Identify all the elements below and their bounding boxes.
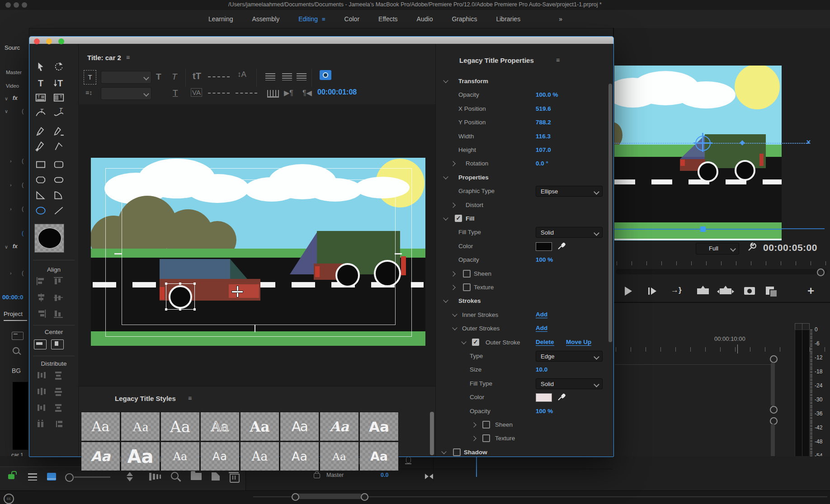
style-tile-14[interactable]: Aa: [280, 442, 319, 471]
project-panel-tab[interactable]: Project: [4, 311, 23, 317]
baseline-shift-dashes[interactable]: [236, 93, 257, 94]
align-vertical-center-button[interactable]: [51, 292, 66, 302]
width-value[interactable]: 116.3: [536, 133, 551, 140]
rotation-value[interactable]: 0.0 °: [536, 160, 548, 167]
twirl-closed-icon[interactable]: ›: [10, 206, 12, 212]
align-horizontal-center-button[interactable]: [34, 292, 48, 302]
add-link[interactable]: Add: [536, 311, 547, 318]
ellipse-tool[interactable]: [34, 204, 47, 217]
align-horizontal-left-button[interactable]: [34, 276, 48, 286]
twirl-open-icon[interactable]: [443, 215, 448, 220]
bin-name[interactable]: BG: [12, 367, 21, 374]
insert-paragraph-icon[interactable]: ▶¶: [284, 89, 293, 97]
delete-trash-icon[interactable]: [230, 474, 240, 483]
texture-checkbox[interactable]: [482, 434, 490, 442]
opacity-value[interactable]: 100 %: [536, 256, 553, 263]
effect-controls-timecode[interactable]: 00:00:0: [2, 294, 24, 301]
list-view-icon[interactable]: [28, 473, 37, 480]
program-timecode[interactable]: 00:00:05:00: [763, 242, 817, 253]
delete-link[interactable]: Delete: [536, 339, 554, 346]
add-link[interactable]: Add: [536, 325, 547, 332]
twirl-open-icon[interactable]: [461, 339, 466, 344]
distribute-horizontal-right-button[interactable]: [34, 403, 48, 413]
twirl-closed-icon[interactable]: [471, 436, 476, 441]
properties-menu-icon[interactable]: ≡: [556, 57, 560, 64]
path-type-tool[interactable]: T: [34, 106, 47, 120]
italic-button[interactable]: T: [172, 72, 177, 82]
outer-stroke-checkbox[interactable]: ✓: [472, 339, 479, 346]
effect-reset-icon[interactable]: (: [22, 108, 24, 114]
twirl-open-icon[interactable]: [452, 311, 457, 316]
workspace-tab-editing[interactable]: Editing≡: [298, 15, 325, 23]
export-frame-camera-icon[interactable]: [744, 287, 755, 295]
shadow-checkbox[interactable]: [453, 448, 461, 456]
twirl-closed-icon[interactable]: [471, 422, 476, 427]
source-monitor-tab[interactable]: Sourc: [5, 44, 20, 51]
workspace-menu-icon[interactable]: ≡: [322, 16, 325, 23]
align-horizontal-right-button[interactable]: [34, 309, 48, 319]
twirl-closed-icon[interactable]: [450, 285, 455, 290]
opacity-value[interactable]: 100.0 %: [536, 91, 558, 98]
style-tile-2[interactable]: Aa: [121, 412, 160, 441]
kerning-icon[interactable]: VA: [191, 88, 202, 97]
truck-wheel-front[interactable]: [698, 161, 718, 182]
title-timecode[interactable]: 00:00:01:08: [317, 88, 357, 96]
vertical-type-tool[interactable]: T: [52, 76, 66, 90]
timeline-scroll-handle[interactable]: [770, 355, 778, 363]
workspace-tab-audio[interactable]: Audio: [417, 15, 433, 23]
rectangle-tool[interactable]: [34, 158, 47, 171]
style-tile-8[interactable]: Aa: [359, 412, 399, 441]
new-bin-folder-icon[interactable]: [191, 473, 202, 480]
style-tile-12[interactable]: Aa: [200, 442, 240, 471]
effect-reset-icon[interactable]: (: [22, 157, 24, 164]
round-rectangle-tool[interactable]: [52, 173, 66, 187]
bold-button[interactable]: T: [156, 72, 161, 82]
twirl-closed-icon[interactable]: [450, 161, 455, 166]
style-tile-13[interactable]: Aa: [240, 442, 279, 471]
zoom-slider-handle[interactable]: [65, 473, 74, 482]
new-item-icon[interactable]: [212, 472, 220, 480]
vertical-area-type-tool[interactable]: T: [52, 91, 66, 104]
rotation-tool[interactable]: [52, 60, 66, 74]
twirl-closed-icon[interactable]: ›: [10, 270, 12, 276]
comparison-view-button[interactable]: [766, 287, 774, 295]
workspace-tab-assembly[interactable]: Assembly: [252, 15, 280, 23]
height-value[interactable]: 107.0: [536, 146, 551, 153]
timeline-playhead[interactable]: [476, 456, 477, 477]
distribute-vertical-top-button[interactable]: [51, 370, 66, 380]
vertical-path-type-tool[interactable]: T: [52, 106, 66, 120]
voiceover-mic-icon[interactable]: [406, 457, 411, 463]
sort-icon-up[interactable]: [127, 472, 133, 476]
tracking-icon[interactable]: [208, 76, 230, 77]
effect-reset-icon[interactable]: (: [22, 269, 24, 276]
kerning-value-dashes[interactable]: [208, 93, 230, 94]
center-vertical-button[interactable]: [51, 339, 64, 349]
step-forward-button-arrow[interactable]: [651, 287, 656, 295]
play-in-to-out-button[interactable]: →}: [671, 286, 682, 295]
motion-keyframe-line[interactable]: [614, 229, 782, 230]
align-center-text-button[interactable]: [282, 73, 292, 80]
window-chrome[interactable]: [29, 37, 613, 44]
leading-icon[interactable]: ↕A: [237, 70, 246, 79]
panel-menu-icon[interactable]: ≡: [126, 54, 130, 61]
style-tile-5[interactable]: Aa: [240, 412, 279, 441]
workspace-overflow-button[interactable]: »: [559, 15, 562, 23]
font-size-icon[interactable]: tT: [193, 71, 201, 81]
twirl-closed-icon[interactable]: ›: [10, 182, 12, 188]
texture-checkbox[interactable]: [463, 283, 471, 291]
eyedropper-icon[interactable]: [557, 241, 566, 250]
type-select[interactable]: Edge: [536, 351, 603, 362]
color-swatch[interactable]: [536, 393, 552, 402]
master-lock-icon[interactable]: [314, 473, 320, 478]
graphic-type-select[interactable]: Ellipse: [536, 186, 603, 197]
title-drawing-area[interactable]: [78, 104, 435, 386]
fill-type-select[interactable]: Solid: [536, 227, 603, 238]
zoom-level-select[interactable]: Full: [696, 243, 739, 254]
style-tile-16[interactable]: Aa: [359, 442, 399, 471]
sheen-checkbox[interactable]: [482, 421, 490, 429]
settings-wrench-icon[interactable]: [747, 242, 757, 252]
style-tile-3[interactable]: Aa: [160, 412, 200, 441]
style-tile-10[interactable]: Aa: [121, 442, 160, 471]
style-tile-6[interactable]: Aa: [280, 412, 319, 441]
icon-view-icon[interactable]: [47, 473, 56, 480]
